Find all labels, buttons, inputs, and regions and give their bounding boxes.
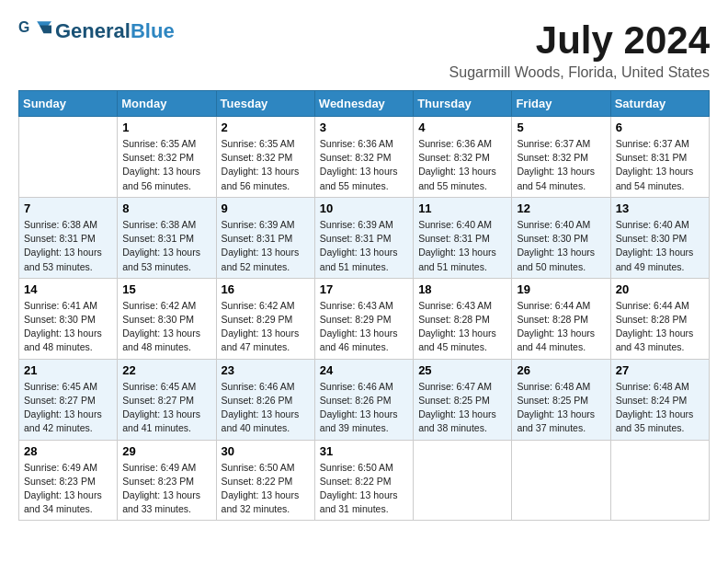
- column-header-tuesday: Tuesday: [216, 91, 314, 117]
- logo-general: General: [55, 19, 131, 43]
- column-header-friday: Friday: [512, 91, 610, 117]
- calendar-cell: 31Sunrise: 6:50 AM Sunset: 8:22 PM Dayli…: [314, 440, 413, 521]
- day-info: Sunrise: 6:47 AM Sunset: 8:25 PM Dayligh…: [418, 380, 506, 436]
- day-number: 29: [122, 444, 210, 458]
- month-title: July 2024: [449, 18, 710, 63]
- calendar-cell: 11Sunrise: 6:40 AM Sunset: 8:31 PM Dayli…: [414, 197, 512, 278]
- calendar-cell: 16Sunrise: 6:42 AM Sunset: 8:29 PM Dayli…: [216, 278, 314, 359]
- calendar-cell: [610, 440, 709, 521]
- calendar-cell: 3Sunrise: 6:36 AM Sunset: 8:32 PM Daylig…: [314, 117, 413, 198]
- day-number: 31: [320, 444, 408, 458]
- day-number: 21: [24, 363, 112, 377]
- column-header-monday: Monday: [118, 91, 216, 117]
- calendar-cell: 5Sunrise: 6:37 AM Sunset: 8:32 PM Daylig…: [512, 117, 610, 198]
- page-header: G GeneralBlue July 2024 Sugarmill Woods,…: [18, 18, 710, 81]
- calendar-cell: 25Sunrise: 6:47 AM Sunset: 8:25 PM Dayli…: [414, 359, 512, 440]
- day-number: 1: [122, 121, 210, 134]
- day-number: 10: [320, 201, 408, 215]
- day-info: Sunrise: 6:35 AM Sunset: 8:32 PM Dayligh…: [222, 137, 310, 193]
- day-info: Sunrise: 6:35 AM Sunset: 8:32 PM Dayligh…: [122, 137, 210, 193]
- calendar-week-row: 14Sunrise: 6:41 AM Sunset: 8:30 PM Dayli…: [19, 278, 710, 359]
- day-number: 16: [222, 282, 310, 296]
- calendar-cell: 7Sunrise: 6:38 AM Sunset: 8:31 PM Daylig…: [19, 197, 118, 278]
- day-info: Sunrise: 6:48 AM Sunset: 8:24 PM Dayligh…: [616, 380, 704, 436]
- day-number: 27: [616, 363, 704, 377]
- day-number: 8: [122, 201, 210, 215]
- logo: G GeneralBlue: [18, 18, 175, 44]
- calendar-header-row: SundayMondayTuesdayWednesdayThursdayFrid…: [19, 91, 710, 117]
- calendar-week-row: 28Sunrise: 6:49 AM Sunset: 8:23 PM Dayli…: [19, 440, 710, 521]
- day-info: Sunrise: 6:37 AM Sunset: 8:32 PM Dayligh…: [517, 137, 605, 193]
- calendar-cell: 23Sunrise: 6:46 AM Sunset: 8:26 PM Dayli…: [216, 359, 314, 440]
- day-info: Sunrise: 6:45 AM Sunset: 8:27 PM Dayligh…: [24, 380, 112, 436]
- calendar-week-row: 7Sunrise: 6:38 AM Sunset: 8:31 PM Daylig…: [19, 197, 710, 278]
- day-info: Sunrise: 6:49 AM Sunset: 8:23 PM Dayligh…: [24, 461, 112, 517]
- day-info: Sunrise: 6:40 AM Sunset: 8:31 PM Dayligh…: [418, 218, 506, 274]
- day-info: Sunrise: 6:45 AM Sunset: 8:27 PM Dayligh…: [122, 380, 210, 436]
- day-number: 20: [616, 282, 704, 296]
- day-info: Sunrise: 6:44 AM Sunset: 8:28 PM Dayligh…: [616, 299, 704, 355]
- calendar-cell: 2Sunrise: 6:35 AM Sunset: 8:32 PM Daylig…: [216, 117, 314, 198]
- day-info: Sunrise: 6:39 AM Sunset: 8:31 PM Dayligh…: [320, 218, 408, 274]
- day-number: 18: [418, 282, 506, 296]
- calendar-cell: 27Sunrise: 6:48 AM Sunset: 8:24 PM Dayli…: [610, 359, 709, 440]
- calendar-cell: 24Sunrise: 6:46 AM Sunset: 8:26 PM Dayli…: [314, 359, 413, 440]
- calendar-cell: 28Sunrise: 6:49 AM Sunset: 8:23 PM Dayli…: [19, 440, 118, 521]
- day-number: 15: [122, 282, 210, 296]
- calendar-cell: 22Sunrise: 6:45 AM Sunset: 8:27 PM Dayli…: [118, 359, 216, 440]
- column-header-sunday: Sunday: [19, 91, 118, 117]
- column-header-wednesday: Wednesday: [314, 91, 413, 117]
- day-info: Sunrise: 6:40 AM Sunset: 8:30 PM Dayligh…: [517, 218, 605, 274]
- day-info: Sunrise: 6:43 AM Sunset: 8:29 PM Dayligh…: [320, 299, 408, 355]
- day-info: Sunrise: 6:41 AM Sunset: 8:30 PM Dayligh…: [24, 299, 112, 355]
- calendar-week-row: 1Sunrise: 6:35 AM Sunset: 8:32 PM Daylig…: [19, 117, 710, 198]
- day-number: 12: [517, 201, 605, 215]
- calendar-cell: 18Sunrise: 6:43 AM Sunset: 8:28 PM Dayli…: [414, 278, 512, 359]
- day-info: Sunrise: 6:39 AM Sunset: 8:31 PM Dayligh…: [222, 218, 310, 274]
- day-number: 30: [222, 444, 310, 458]
- day-number: 3: [320, 121, 408, 134]
- day-info: Sunrise: 6:50 AM Sunset: 8:22 PM Dayligh…: [320, 461, 408, 517]
- calendar-cell: 4Sunrise: 6:36 AM Sunset: 8:32 PM Daylig…: [414, 117, 512, 198]
- day-info: Sunrise: 6:37 AM Sunset: 8:31 PM Dayligh…: [616, 137, 704, 193]
- day-info: Sunrise: 6:46 AM Sunset: 8:26 PM Dayligh…: [320, 380, 408, 436]
- day-number: 2: [222, 121, 310, 134]
- svg-text:G: G: [18, 19, 29, 35]
- day-number: 24: [320, 363, 408, 377]
- day-number: 19: [517, 282, 605, 296]
- svg-marker-2: [40, 26, 51, 34]
- day-number: 5: [517, 121, 605, 134]
- day-number: 7: [24, 201, 112, 215]
- day-info: Sunrise: 6:44 AM Sunset: 8:28 PM Dayligh…: [517, 299, 605, 355]
- day-info: Sunrise: 6:43 AM Sunset: 8:28 PM Dayligh…: [418, 299, 506, 355]
- day-number: 13: [616, 201, 704, 215]
- day-number: 23: [222, 363, 310, 377]
- calendar-week-row: 21Sunrise: 6:45 AM Sunset: 8:27 PM Dayli…: [19, 359, 710, 440]
- calendar-table: SundayMondayTuesdayWednesdayThursdayFrid…: [18, 90, 710, 521]
- calendar-cell: [19, 117, 118, 198]
- day-info: Sunrise: 6:48 AM Sunset: 8:25 PM Dayligh…: [517, 380, 605, 436]
- calendar-cell: 6Sunrise: 6:37 AM Sunset: 8:31 PM Daylig…: [610, 117, 709, 198]
- day-number: 17: [320, 282, 408, 296]
- day-info: Sunrise: 6:42 AM Sunset: 8:30 PM Dayligh…: [122, 299, 210, 355]
- day-info: Sunrise: 6:49 AM Sunset: 8:23 PM Dayligh…: [122, 461, 210, 517]
- day-number: 6: [616, 121, 704, 134]
- calendar-cell: 17Sunrise: 6:43 AM Sunset: 8:29 PM Dayli…: [314, 278, 413, 359]
- calendar-cell: 29Sunrise: 6:49 AM Sunset: 8:23 PM Dayli…: [118, 440, 216, 521]
- calendar-cell: 15Sunrise: 6:42 AM Sunset: 8:30 PM Dayli…: [118, 278, 216, 359]
- calendar-cell: 13Sunrise: 6:40 AM Sunset: 8:30 PM Dayli…: [610, 197, 709, 278]
- day-info: Sunrise: 6:42 AM Sunset: 8:29 PM Dayligh…: [222, 299, 310, 355]
- calendar-cell: 8Sunrise: 6:38 AM Sunset: 8:31 PM Daylig…: [118, 197, 216, 278]
- calendar-cell: 21Sunrise: 6:45 AM Sunset: 8:27 PM Dayli…: [19, 359, 118, 440]
- day-number: 26: [517, 363, 605, 377]
- calendar-cell: 9Sunrise: 6:39 AM Sunset: 8:31 PM Daylig…: [216, 197, 314, 278]
- day-info: Sunrise: 6:38 AM Sunset: 8:31 PM Dayligh…: [24, 218, 112, 274]
- column-header-thursday: Thursday: [414, 91, 512, 117]
- day-info: Sunrise: 6:46 AM Sunset: 8:26 PM Dayligh…: [222, 380, 310, 436]
- day-number: 14: [24, 282, 112, 296]
- calendar-cell: 26Sunrise: 6:48 AM Sunset: 8:25 PM Dayli…: [512, 359, 610, 440]
- day-number: 25: [418, 363, 506, 377]
- day-number: 4: [418, 121, 506, 134]
- calendar-cell: 1Sunrise: 6:35 AM Sunset: 8:32 PM Daylig…: [118, 117, 216, 198]
- calendar-cell: 19Sunrise: 6:44 AM Sunset: 8:28 PM Dayli…: [512, 278, 610, 359]
